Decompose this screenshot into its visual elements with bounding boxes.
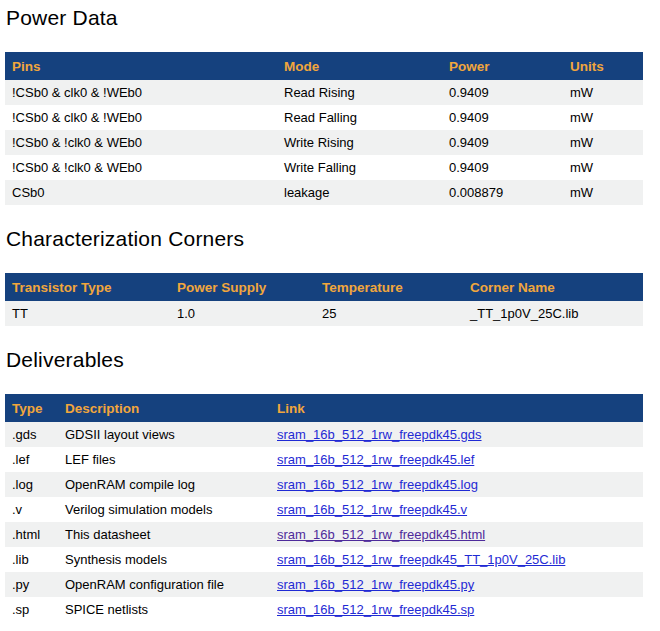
cell-type: .py xyxy=(5,572,58,597)
table-row: .html This datasheet sram_16b_512_1rw_fr… xyxy=(5,522,643,547)
cell-power: 0.9409 xyxy=(442,130,563,155)
deliverable-link-py[interactable]: sram_16b_512_1rw_freepdk45.py xyxy=(277,577,474,592)
cell-units: mW xyxy=(563,155,643,180)
cell-type: .log xyxy=(5,472,58,497)
cell-description: Synthesis models xyxy=(58,547,270,572)
deliverable-link-v[interactable]: sram_16b_512_1rw_freepdk45.v xyxy=(277,502,467,517)
deliverables-header-row: Type Description Link xyxy=(5,394,643,422)
cell-type: .v xyxy=(5,497,58,522)
cell-type: .html xyxy=(5,522,58,547)
cell-mode: Write Falling xyxy=(277,155,442,180)
cell-pins: !CSb0 & clk0 & !WEb0 xyxy=(5,105,277,130)
corners-header-row: Transistor Type Power Supply Temperature… xyxy=(5,273,643,301)
cell-link: sram_16b_512_1rw_freepdk45.lef xyxy=(270,447,643,472)
cell-link: sram_16b_512_1rw_freepdk45_TT_1p0V_25C.l… xyxy=(270,547,643,572)
deliverable-link-sp[interactable]: sram_16b_512_1rw_freepdk45.sp xyxy=(277,602,474,617)
cell-mode: leakage xyxy=(277,180,442,205)
deliverable-link-lib[interactable]: sram_16b_512_1rw_freepdk45_TT_1p0V_25C.l… xyxy=(277,552,565,567)
cell-temperature: 25 xyxy=(315,301,463,326)
deliverable-link-log[interactable]: sram_16b_512_1rw_freepdk45.log xyxy=(277,477,478,492)
cell-mode: Write Rising xyxy=(277,130,442,155)
characterization-corners-table: Transistor Type Power Supply Temperature… xyxy=(5,273,643,326)
cell-link: sram_16b_512_1rw_freepdk45.v xyxy=(270,497,643,522)
cell-description: OpenRAM configuration file xyxy=(58,572,270,597)
deliverables-table: Type Description Link .gds GDSII layout … xyxy=(5,394,643,622)
cell-pins: !CSb0 & clk0 & !WEb0 xyxy=(5,80,277,105)
deliverable-link-html[interactable]: sram_16b_512_1rw_freepdk45.html xyxy=(277,527,485,542)
deliverable-link-gds[interactable]: sram_16b_512_1rw_freepdk45.gds xyxy=(277,427,482,442)
table-row: .lib Synthesis models sram_16b_512_1rw_f… xyxy=(5,547,643,572)
cell-type: .lef xyxy=(5,447,58,472)
cell-pins: !CSb0 & !clk0 & WEb0 xyxy=(5,130,277,155)
column-header-power-supply: Power Supply xyxy=(170,273,315,301)
cell-pins: !CSb0 & !clk0 & WEb0 xyxy=(5,155,277,180)
table-row: .py OpenRAM configuration file sram_16b_… xyxy=(5,572,643,597)
cell-mode: Read Falling xyxy=(277,105,442,130)
datasheet-page: Power Data Pins Mode Power Units !CSb0 &… xyxy=(0,0,660,622)
cell-type: .gds xyxy=(5,422,58,447)
cell-power: 0.9409 xyxy=(442,105,563,130)
table-row: !CSb0 & clk0 & !WEb0 Read Rising 0.9409 … xyxy=(5,80,643,105)
table-row: !CSb0 & clk0 & !WEb0 Read Falling 0.9409… xyxy=(5,105,643,130)
cell-link: sram_16b_512_1rw_freepdk45.log xyxy=(270,472,643,497)
cell-description: OpenRAM compile log xyxy=(58,472,270,497)
cell-link: sram_16b_512_1rw_freepdk45.html xyxy=(270,522,643,547)
cell-power: 0.008879 xyxy=(442,180,563,205)
cell-power: 0.9409 xyxy=(442,80,563,105)
deliverable-link-lef[interactable]: sram_16b_512_1rw_freepdk45.lef xyxy=(277,452,474,467)
table-row: .log OpenRAM compile log sram_16b_512_1r… xyxy=(5,472,643,497)
column-header-transistor-type: Transistor Type xyxy=(5,273,170,301)
cell-link: sram_16b_512_1rw_freepdk45.sp xyxy=(270,597,643,622)
power-header-row: Pins Mode Power Units xyxy=(5,52,643,80)
cell-description: GDSII layout views xyxy=(58,422,270,447)
cell-units: mW xyxy=(563,180,643,205)
cell-units: mW xyxy=(563,80,643,105)
deliverables-title: Deliverables xyxy=(6,348,660,372)
cell-description: LEF files xyxy=(58,447,270,472)
cell-description: Verilog simulation models xyxy=(58,497,270,522)
cell-type: .sp xyxy=(5,597,58,622)
cell-link: sram_16b_512_1rw_freepdk45.gds xyxy=(270,422,643,447)
cell-link: sram_16b_512_1rw_freepdk45.py xyxy=(270,572,643,597)
column-header-units: Units xyxy=(563,52,643,80)
characterization-corners-title: Characterization Corners xyxy=(6,227,660,251)
column-header-description: Description xyxy=(58,394,270,422)
cell-description: SPICE netlists xyxy=(58,597,270,622)
table-row: .gds GDSII layout views sram_16b_512_1rw… xyxy=(5,422,643,447)
cell-units: mW xyxy=(563,105,643,130)
table-row: !CSb0 & !clk0 & WEb0 Write Rising 0.9409… xyxy=(5,130,643,155)
column-header-mode: Mode xyxy=(277,52,442,80)
power-data-table: Pins Mode Power Units !CSb0 & clk0 & !WE… xyxy=(5,52,643,205)
cell-pins: CSb0 xyxy=(5,180,277,205)
cell-transistor-type: TT xyxy=(5,301,170,326)
cell-power-supply: 1.0 xyxy=(170,301,315,326)
table-row: .sp SPICE netlists sram_16b_512_1rw_free… xyxy=(5,597,643,622)
column-header-corner-name: Corner Name xyxy=(463,273,643,301)
table-row: !CSb0 & !clk0 & WEb0 Write Falling 0.940… xyxy=(5,155,643,180)
column-header-type: Type xyxy=(5,394,58,422)
column-header-power: Power xyxy=(442,52,563,80)
cell-description: This datasheet xyxy=(58,522,270,547)
column-header-pins: Pins xyxy=(5,52,277,80)
cell-power: 0.9409 xyxy=(442,155,563,180)
cell-type: .lib xyxy=(5,547,58,572)
power-data-title: Power Data xyxy=(6,6,660,30)
cell-mode: Read Rising xyxy=(277,80,442,105)
column-header-temperature: Temperature xyxy=(315,273,463,301)
cell-corner-name: _TT_1p0V_25C.lib xyxy=(463,301,643,326)
cell-units: mW xyxy=(563,130,643,155)
table-row: .lef LEF files sram_16b_512_1rw_freepdk4… xyxy=(5,447,643,472)
table-row: TT 1.0 25 _TT_1p0V_25C.lib xyxy=(5,301,643,326)
table-row: .v Verilog simulation models sram_16b_51… xyxy=(5,497,643,522)
column-header-link: Link xyxy=(270,394,643,422)
table-row: CSb0 leakage 0.008879 mW xyxy=(5,180,643,205)
